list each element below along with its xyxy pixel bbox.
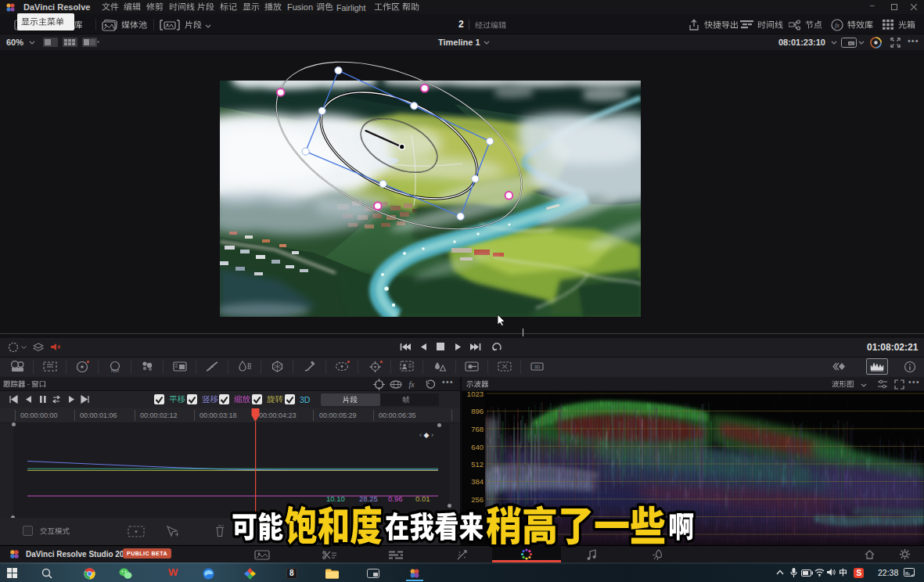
svg-text:HDR: HDR [111, 369, 120, 373]
svg-text:fx: fx [835, 22, 840, 29]
svg-text:fx: fx [408, 380, 415, 389]
svg-text:3D: 3D [534, 365, 541, 369]
svg-text:HQ: HQ [849, 42, 854, 46]
